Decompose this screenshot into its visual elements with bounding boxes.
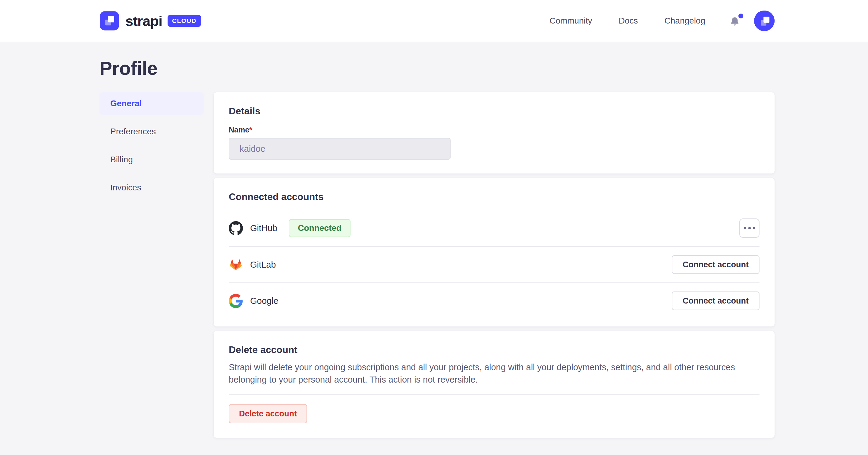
name-field-group: Name*	[229, 125, 760, 160]
account-name-google: Google	[250, 296, 278, 306]
gitlab-icon	[229, 258, 243, 272]
strapi-logo-icon	[99, 11, 119, 31]
profile-sidebar: General Preferences Billing Invoices	[99, 92, 204, 205]
details-card: Details Name*	[214, 92, 775, 173]
cards-column: Details Name* Connected accounts GitHub	[214, 92, 775, 442]
ellipsis-icon	[744, 227, 746, 229]
account-name-gitlab: GitLab	[250, 260, 276, 270]
github-connected-badge: Connected	[289, 219, 350, 237]
nav-docs[interactable]: Docs	[619, 16, 638, 26]
nav-community[interactable]: Community	[550, 16, 592, 26]
notifications-button[interactable]	[729, 14, 741, 27]
account-name-github: GitHub	[250, 223, 277, 233]
delete-account-description: Strapi will delete your ongoing subscrip…	[229, 361, 753, 386]
brand-wordmark: strapi	[125, 13, 162, 29]
cloud-badge: CLOUD	[167, 15, 201, 27]
strapi-cloud-logo[interactable]: strapi CLOUD	[99, 11, 201, 31]
required-asterisk: *	[249, 125, 252, 134]
sidebar-item-general[interactable]: General	[99, 92, 204, 115]
account-row-gitlab: GitLab Connect account	[229, 246, 760, 282]
header-nav: Community Docs Changelog	[523, 10, 775, 31]
account-row-github: GitHub Connected	[229, 210, 760, 246]
delete-account-card: Delete account Strapi will delete your o…	[214, 331, 775, 438]
github-icon	[229, 221, 243, 235]
sidebar-item-preferences[interactable]: Preferences	[99, 120, 204, 143]
avatar-strapi-mark-icon	[754, 10, 775, 31]
notification-dot	[738, 13, 743, 19]
connected-accounts-card: Connected accounts GitHub Connected	[214, 178, 775, 326]
main-content: Profile General Preferences Billing Invo…	[0, 57, 868, 442]
divider	[229, 394, 760, 395]
user-avatar[interactable]	[754, 10, 775, 31]
details-heading: Details	[229, 105, 760, 118]
connected-accounts-heading: Connected accounts	[229, 190, 760, 203]
delete-account-button[interactable]: Delete account	[229, 404, 307, 423]
name-input[interactable]	[229, 138, 451, 160]
app-header: strapi CLOUD Community Docs Changelog	[0, 0, 868, 42]
name-label: Name*	[229, 125, 252, 134]
gitlab-connect-account-button[interactable]: Connect account	[672, 255, 760, 274]
page-title: Profile	[99, 57, 775, 79]
github-options-menu-button[interactable]	[739, 219, 760, 238]
account-row-google: Google Connect account	[229, 282, 760, 319]
sidebar-item-invoices[interactable]: Invoices	[99, 176, 204, 199]
google-connect-account-button[interactable]: Connect account	[672, 291, 760, 310]
nav-changelog[interactable]: Changelog	[664, 16, 705, 26]
sidebar-item-billing[interactable]: Billing	[99, 148, 204, 171]
delete-account-heading: Delete account	[229, 343, 760, 356]
google-icon	[229, 294, 243, 308]
